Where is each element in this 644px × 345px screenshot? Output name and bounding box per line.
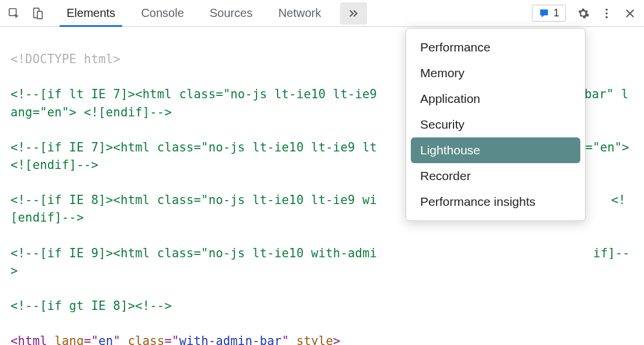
tab-sources[interactable]: Sources (197, 0, 265, 26)
svg-point-3 (605, 8, 608, 11)
more-tabs-button[interactable] (340, 2, 367, 25)
settings-button[interactable] (572, 2, 595, 25)
kebab-icon (600, 7, 613, 20)
dropdown-item-memory[interactable]: Memory (411, 60, 580, 86)
dropdown-item-recorder[interactable]: Recorder (411, 163, 580, 189)
kebab-menu-button[interactable] (595, 2, 618, 25)
issues-badge[interactable]: 1 (532, 5, 566, 22)
panel-tabs: Elements Console Sources Network (54, 0, 334, 26)
close-devtools-button[interactable] (618, 2, 642, 25)
message-icon (538, 8, 550, 19)
inspect-element-button[interactable] (2, 2, 26, 25)
dropdown-item-performance-insights[interactable]: Performance insights (411, 189, 580, 215)
devtools-toolbar: Elements Console Sources Network 1 (0, 0, 644, 27)
tab-network[interactable]: Network (265, 0, 334, 26)
code-line[interactable]: <html lang="en" class="with-admin-bar" s… (11, 332, 633, 345)
code-line[interactable]: <!--[if IE 9]><html class="no-js lt-ie10… (11, 244, 633, 280)
svg-point-4 (605, 12, 608, 15)
dropdown-item-security[interactable]: Security (411, 112, 580, 137)
svg-rect-2 (37, 11, 42, 19)
tab-console[interactable]: Console (128, 0, 196, 26)
tab-elements[interactable]: Elements (54, 0, 128, 26)
close-icon (624, 7, 636, 20)
gear-icon (577, 7, 590, 20)
device-toolbar-button[interactable] (26, 2, 49, 25)
dropdown-item-lighthouse[interactable]: Lighthouse (411, 137, 580, 163)
dropdown-item-performance[interactable]: Performance (411, 34, 580, 60)
issues-count: 1 (553, 7, 559, 19)
more-panels-dropdown: Performance Memory Application Security … (406, 28, 586, 221)
svg-point-5 (605, 16, 608, 18)
code-line[interactable]: <!--[if gt IE 8]><!--> (11, 297, 633, 315)
dropdown-item-application[interactable]: Application (411, 86, 580, 112)
